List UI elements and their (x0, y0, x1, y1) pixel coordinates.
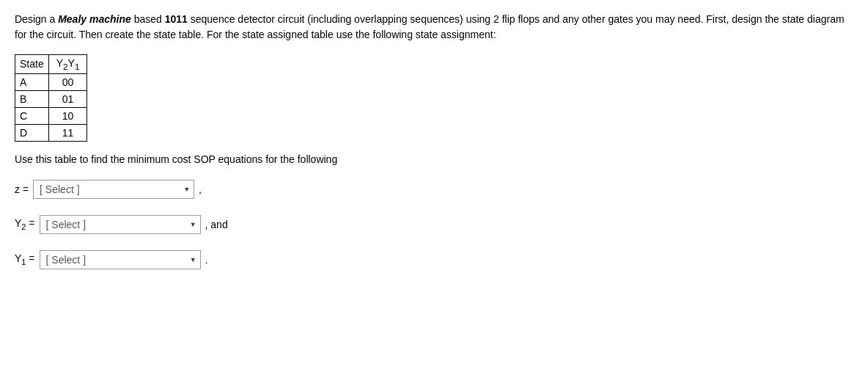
y1-select-wrapper[interactable]: [ Select ] x'y2'y1' x'y2'y1 x'y2y1' x'y2… (40, 250, 201, 269)
y2-suffix: , and (205, 219, 228, 230)
z-select-wrapper[interactable]: [ Select ] x'y2'y1' x'y2'y1 x'y2y1' x'y2… (33, 180, 194, 199)
table-header-y2y1: Y2Y1 (48, 55, 87, 74)
y2-select-wrapper[interactable]: [ Select ] x'y2'y1' x'y2'y1 x'y2y1' x'y2… (40, 215, 201, 234)
sequence-number: 1011 (165, 13, 188, 25)
y1-suffix: . (205, 254, 208, 266)
table-row: C 10 (15, 107, 87, 124)
table-header-state: State (15, 55, 49, 74)
y1-label: Y1 = (15, 252, 35, 266)
state-c-value: 10 (48, 107, 87, 124)
state-c-label: C (15, 107, 49, 124)
problem-statement: Design a Mealy machine based 1011 sequen… (15, 12, 850, 43)
y2-label: Y2 = (15, 217, 35, 231)
y2-equation-row: Y2 = [ Select ] x'y2'y1' x'y2'y1 x'y2y1'… (15, 215, 853, 234)
table-row: D 11 (15, 124, 87, 141)
y1-select[interactable]: [ Select ] x'y2'y1' x'y2'y1 x'y2y1' x'y2… (40, 250, 201, 269)
state-assignment-table: State Y2Y1 A 00 B 01 C 10 D 11 (15, 54, 87, 142)
state-b-label: B (15, 90, 49, 107)
mealy-machine-text: Mealy machine (58, 13, 131, 25)
z-label: z = (15, 183, 29, 195)
state-b-value: 01 (48, 90, 87, 107)
state-a-label: A (15, 73, 49, 90)
z-equation-row: z = [ Select ] x'y2'y1' x'y2'y1 x'y2y1' … (15, 180, 853, 199)
state-d-value: 11 (48, 124, 87, 141)
use-table-instruction: Use this table to find the minimum cost … (15, 153, 853, 165)
state-a-value: 00 (48, 73, 87, 90)
y1-equation-row: Y1 = [ Select ] x'y2'y1' x'y2'y1 x'y2y1'… (15, 250, 853, 269)
z-select[interactable]: [ Select ] x'y2'y1' x'y2'y1 x'y2y1' x'y2… (33, 180, 194, 199)
state-d-label: D (15, 124, 49, 141)
y2-select[interactable]: [ Select ] x'y2'y1' x'y2'y1 x'y2y1' x'y2… (40, 215, 201, 234)
table-row: B 01 (15, 90, 87, 107)
table-row: A 00 (15, 73, 87, 90)
z-suffix: , (199, 183, 202, 195)
